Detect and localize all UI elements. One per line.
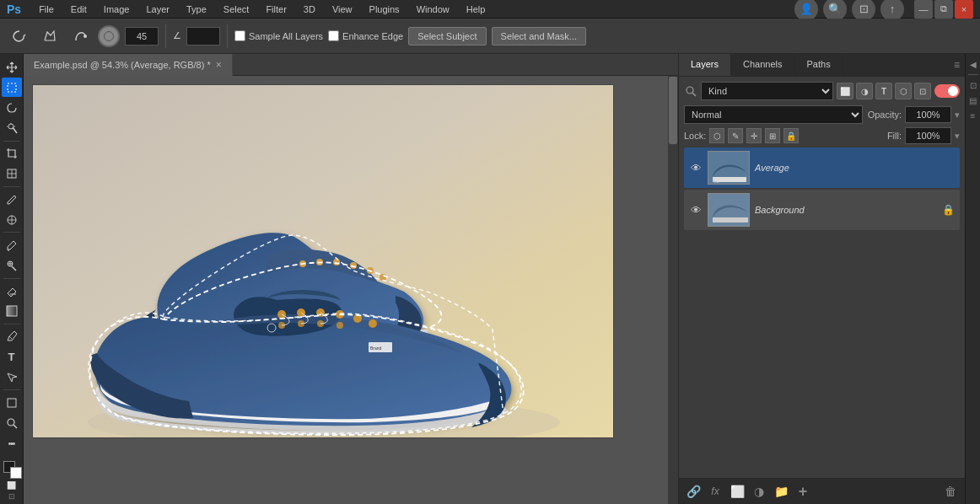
- tool-more[interactable]: •••: [2, 434, 22, 453]
- menu-type[interactable]: Type: [184, 4, 209, 14]
- svg-point-41: [687, 87, 693, 94]
- select-mask-button[interactable]: Select and Mask...: [492, 27, 587, 46]
- layer-visibility-average[interactable]: 👁: [689, 161, 703, 174]
- tool-text[interactable]: T: [2, 347, 22, 367]
- panel-tabs: Layers Channels Paths ≡: [679, 54, 965, 77]
- close-btn[interactable]: ×: [955, 0, 973, 19]
- menu-view[interactable]: View: [330, 4, 355, 14]
- lock-position-btn[interactable]: ✛: [746, 128, 762, 143]
- canvas-scroll-thumb[interactable]: [669, 77, 677, 144]
- layer-filter-select[interactable]: Kind: [701, 82, 833, 100]
- filter-pixel-btn[interactable]: ⬜: [837, 83, 853, 99]
- tool-patch[interactable]: [2, 210, 22, 229]
- far-right-btn-1[interactable]: ⊡: [967, 78, 980, 92]
- filter-smart-btn[interactable]: ⊡: [914, 83, 931, 99]
- lock-all-btn[interactable]: 🔒: [783, 128, 799, 143]
- tool-path-select[interactable]: [2, 367, 22, 387]
- tab-paths[interactable]: Paths: [795, 54, 843, 76]
- tool-crop[interactable]: [2, 144, 22, 164]
- opacity-arrow-down[interactable]: ▾: [955, 110, 960, 121]
- background-color[interactable]: [10, 467, 22, 479]
- minimize-btn[interactable]: —: [914, 0, 933, 19]
- quick-mask-btn[interactable]: ⬜: [7, 481, 16, 490]
- workspace-icon-btn[interactable]: ⊡: [852, 0, 875, 21]
- menu-window[interactable]: Window: [414, 4, 452, 14]
- menu-plugins[interactable]: Plugins: [367, 4, 402, 14]
- filter-toggle[interactable]: [934, 84, 960, 98]
- menu-layer[interactable]: Layer: [143, 4, 172, 14]
- layer-visibility-background[interactable]: 👁: [689, 203, 703, 217]
- filter-shape-btn[interactable]: ⬡: [895, 83, 912, 99]
- filter-adjustment-btn[interactable]: ◑: [856, 83, 873, 99]
- tool-marquee[interactable]: [2, 78, 22, 97]
- opacity-label: Opacity:: [868, 110, 902, 120]
- lock-pixels-btn[interactable]: ✎: [728, 128, 743, 143]
- add-mask-btn[interactable]: ⬜: [728, 482, 746, 501]
- menu-help[interactable]: Help: [464, 4, 488, 14]
- lasso-tool-btn[interactable]: [7, 25, 32, 47]
- select-subject-button[interactable]: Select Subject: [408, 27, 486, 46]
- menu-image[interactable]: Image: [101, 4, 132, 14]
- new-layer-btn[interactable]: +: [794, 482, 812, 501]
- menu-file[interactable]: File: [36, 4, 57, 14]
- canvas-scrollbar[interactable]: [668, 76, 678, 504]
- tool-gradient[interactable]: [2, 302, 22, 321]
- lock-artboard-btn[interactable]: ⊞: [765, 128, 780, 143]
- tool-brush[interactable]: [2, 235, 22, 255]
- panel-menu-btn[interactable]: ≡: [954, 59, 960, 71]
- far-right-collapse[interactable]: ◀: [967, 57, 980, 71]
- lock-transparent-btn[interactable]: ⬡: [709, 128, 724, 143]
- new-group-btn[interactable]: 📁: [772, 482, 790, 501]
- svg-point-18: [8, 419, 14, 426]
- menu-filter[interactable]: Filter: [263, 4, 288, 14]
- menu-3d[interactable]: 3D: [301, 4, 318, 14]
- svg-text:Brand: Brand: [370, 346, 382, 351]
- canvas-wrapper[interactable]: Brand: [24, 76, 678, 504]
- menu-edit[interactable]: Edit: [68, 4, 89, 14]
- maximize-btn[interactable]: ⧉: [934, 0, 953, 19]
- blend-mode-select[interactable]: Normal: [684, 105, 863, 124]
- sample-layers-checkbox[interactable]: [234, 30, 245, 41]
- opacity-input[interactable]: 100%: [905, 106, 951, 123]
- color-swatches[interactable]: [2, 459, 22, 479]
- tool-move[interactable]: [2, 57, 22, 77]
- angle-input[interactable]: 0°: [186, 27, 220, 46]
- tool-eraser[interactable]: [2, 281, 22, 301]
- link-layers-btn[interactable]: 🔗: [684, 482, 703, 501]
- tool-lasso[interactable]: [2, 98, 22, 117]
- account-icon-btn[interactable]: 👤: [794, 0, 818, 21]
- svg-line-16: [9, 336, 12, 339]
- layer-item-background[interactable]: 👁 Background 🔒: [684, 190, 960, 230]
- add-fx-btn[interactable]: fx: [706, 482, 724, 501]
- brush-size-indicator[interactable]: [98, 25, 120, 47]
- enhance-edge-checkbox-label[interactable]: Enhance Edge: [328, 30, 403, 41]
- tool-wand[interactable]: [2, 119, 22, 138]
- enhance-edge-checkbox[interactable]: [328, 30, 339, 41]
- fill-arrow-down[interactable]: ▾: [955, 131, 960, 142]
- far-right-btn-3[interactable]: ≡: [967, 109, 980, 122]
- tool-pen[interactable]: [2, 327, 22, 346]
- delete-layer-btn[interactable]: 🗑: [941, 482, 960, 501]
- tool-zoom[interactable]: [2, 414, 22, 433]
- tool-shape[interactable]: [2, 393, 22, 412]
- menu-select[interactable]: Select: [221, 4, 252, 14]
- tab-channels[interactable]: Channels: [731, 54, 794, 76]
- polygonal-lasso-btn[interactable]: [37, 25, 62, 47]
- magnetic-lasso-btn[interactable]: [67, 25, 93, 47]
- tab-close-btn[interactable]: ×: [216, 59, 222, 71]
- brush-size-input[interactable]: 45: [125, 27, 159, 46]
- screen-mode-btn[interactable]: ⊡: [8, 492, 15, 501]
- sample-layers-checkbox-label[interactable]: Sample All Layers: [234, 30, 323, 41]
- fill-input[interactable]: 100%: [905, 127, 951, 144]
- tool-slice[interactable]: [2, 164, 22, 184]
- canvas-tab[interactable]: Example.psd @ 54.3% (Average, RGB/8) * ×: [24, 54, 233, 76]
- share-icon-btn[interactable]: ↑: [880, 0, 904, 21]
- far-right-btn-2[interactable]: ▤: [967, 94, 980, 107]
- tool-clone[interactable]: [2, 255, 22, 275]
- search-icon-btn[interactable]: 🔍: [823, 0, 847, 21]
- new-adjustment-btn[interactable]: ◑: [750, 482, 768, 501]
- filter-text-btn[interactable]: T: [875, 83, 892, 99]
- layer-item-average[interactable]: 👁 Average: [684, 147, 960, 188]
- tool-eyedropper[interactable]: [2, 190, 22, 209]
- tab-layers[interactable]: Layers: [679, 54, 731, 76]
